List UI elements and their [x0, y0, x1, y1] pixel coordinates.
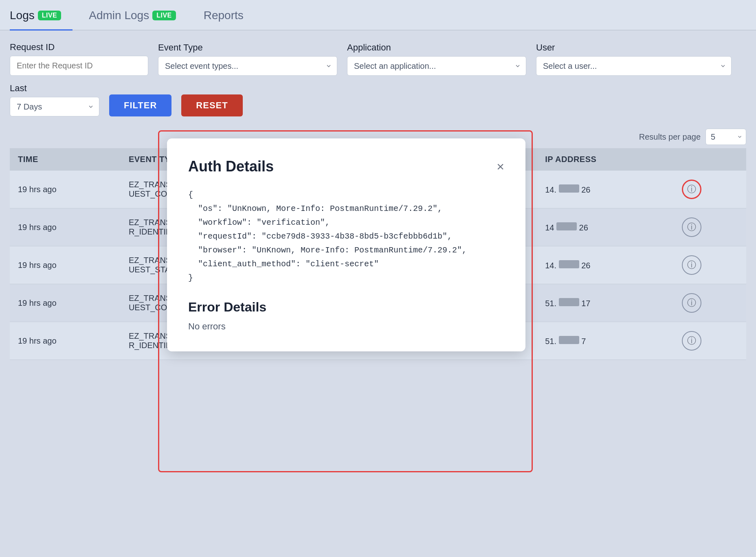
cell-ip: 51. 7: [537, 322, 674, 360]
tab-admin-logs-live-badge: LIVE: [152, 11, 176, 20]
tab-reports-label: Reports: [204, 9, 244, 22]
cell-ip: 14 26: [537, 208, 674, 246]
last-label: Last: [10, 83, 99, 94]
auth-details-modal: Auth Details × { "os": "UnKnown, More-In…: [167, 138, 525, 351]
days-select[interactable]: 7 Days: [10, 97, 99, 116]
tab-logs-live-badge: LIVE: [38, 11, 62, 20]
filter-button[interactable]: FILTER: [109, 94, 171, 116]
tab-admin-logs[interactable]: Admin Logs LIVE: [89, 0, 187, 31]
info-button[interactable]: ⓘ: [682, 331, 701, 351]
user-group: User Select a user...: [536, 42, 732, 76]
modal-header: Auth Details ×: [188, 158, 504, 175]
cell-info: ⓘ: [674, 284, 746, 322]
user-label: User: [536, 42, 732, 53]
application-label: Application: [347, 42, 526, 53]
event-type-label: Event Type: [158, 42, 337, 53]
filter-row-2: Last 7 Days FILTER RESET: [10, 83, 746, 125]
cell-time: 19 hrs ago: [10, 208, 121, 246]
event-type-group: Event Type Select event types...: [158, 42, 337, 76]
cell-ip: 51. 17: [537, 284, 674, 322]
col-header-time: TIME: [10, 148, 121, 171]
cell-info: ⓘ: [674, 171, 746, 208]
event-type-select[interactable]: Select event types...: [158, 56, 337, 76]
request-id-input[interactable]: [10, 56, 148, 76]
blurred-ip: [559, 336, 579, 344]
cell-info: ⓘ: [674, 322, 746, 360]
reset-button[interactable]: RESET: [181, 94, 242, 116]
blurred-ip: [559, 298, 579, 306]
info-button[interactable]: ⓘ: [682, 255, 701, 275]
modal-json-content: { "os": "UnKnown, More-Info: PostmanRunt…: [188, 188, 504, 285]
col-header-actions: [674, 148, 746, 171]
tab-logs-label: Logs: [10, 9, 35, 22]
user-select[interactable]: Select a user...: [536, 56, 732, 76]
blurred-ip: [559, 184, 579, 193]
blurred-ip: [556, 222, 577, 230]
tab-reports[interactable]: Reports: [204, 0, 255, 31]
cell-info: ⓘ: [674, 246, 746, 284]
cell-time: 19 hrs ago: [10, 284, 121, 322]
filter-row-1: Request ID Event Type Select event types…: [10, 42, 746, 76]
cell-time: 19 hrs ago: [10, 171, 121, 208]
modal-close-button[interactable]: ×: [497, 160, 504, 173]
cell-info: ⓘ: [674, 208, 746, 246]
cell-time: 19 hrs ago: [10, 246, 121, 284]
results-per-page-select[interactable]: 5: [705, 129, 746, 145]
info-button[interactable]: ⓘ: [682, 293, 701, 313]
request-id-label: Request ID: [10, 42, 148, 53]
modal-error-title: Error Details: [188, 300, 504, 315]
blurred-ip: [559, 260, 579, 268]
col-header-ip: IP ADDRESS: [537, 148, 674, 171]
modal-title: Auth Details: [188, 158, 274, 175]
application-group: Application Select an application...: [347, 42, 526, 76]
application-select[interactable]: Select an application...: [347, 56, 526, 76]
info-button[interactable]: ⓘ: [682, 217, 701, 237]
filters-section: Request ID Event Type Select event types…: [0, 31, 756, 125]
tab-admin-logs-label: Admin Logs: [89, 9, 149, 22]
info-button-highlighted[interactable]: ⓘ: [682, 180, 701, 199]
tabs-bar: Logs LIVE Admin Logs LIVE Reports: [0, 0, 756, 31]
cell-ip: 14. 26: [537, 171, 674, 208]
modal-error-content: No errors: [188, 321, 504, 332]
results-per-page-label: Results per page: [639, 132, 701, 142]
last-group: Last 7 Days: [10, 83, 99, 116]
tab-logs[interactable]: Logs LIVE: [10, 0, 73, 31]
cell-ip: 14. 26: [537, 246, 674, 284]
cell-time: 19 hrs ago: [10, 322, 121, 360]
request-id-group: Request ID: [10, 42, 148, 76]
